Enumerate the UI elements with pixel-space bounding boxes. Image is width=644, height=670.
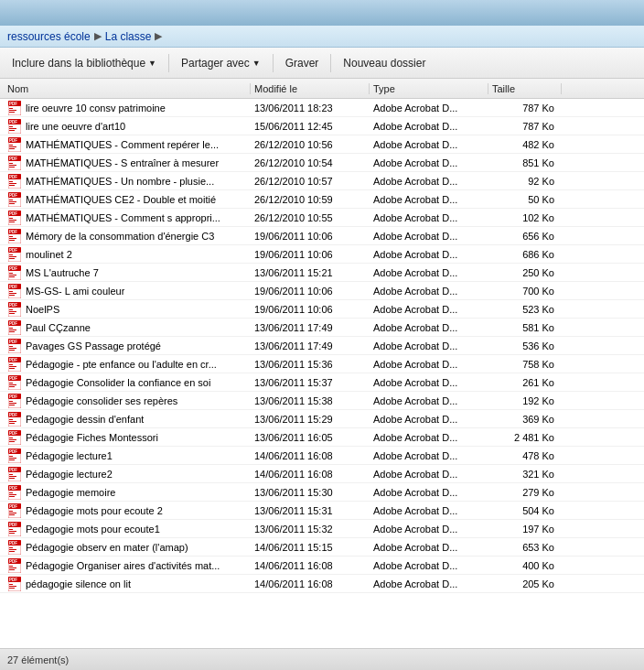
table-row[interactable]: PDF NoelPS 19/06/2011 10:06 Adobe Acroba…	[0, 300, 644, 319]
pdf-icon: PDF	[7, 229, 22, 243]
file-modified: 13/06/2011 15:21	[251, 267, 370, 278]
table-row[interactable]: PDF MS L'autruche 7 13/06/2011 15:21 Ado…	[0, 264, 644, 282]
breadcrumb-sep-2: ▶	[155, 30, 162, 42]
col-modified[interactable]: Modifié le	[251, 83, 370, 94]
file-size: 787 Ko	[488, 121, 562, 132]
col-name[interactable]: Nom	[4, 83, 251, 94]
file-list-scroll[interactable]: PDF lire oeuvre 10 consv patrimoine 13/0…	[0, 99, 644, 648]
file-type: Adobe Acrobat D...	[370, 286, 488, 297]
file-name-cell: PDF Paul CÇzanne	[4, 320, 251, 335]
table-row[interactable]: PDF Pédagogie Fiches Montessori 13/06/20…	[0, 428, 644, 447]
svg-rect-124	[9, 476, 16, 477]
pdf-icon: PDF	[7, 394, 22, 408]
file-type: Adobe Acrobat D...	[370, 414, 488, 425]
table-row[interactable]: PDF MATHÉMATIQUES CE2 - Double et moitié…	[0, 190, 644, 209]
svg-text:PDF: PDF	[9, 340, 17, 344]
pdf-icon: PDF	[7, 137, 22, 152]
svg-rect-93	[9, 383, 13, 384]
table-row[interactable]: PDF Pédagogie Organiser aires d'activité…	[0, 557, 644, 575]
file-type: Adobe Acrobat D...	[370, 524, 488, 535]
file-size: 400 Ko	[488, 560, 562, 571]
file-modified: 13/06/2011 16:05	[251, 432, 370, 443]
file-size: 504 Ko	[488, 505, 562, 516]
table-row[interactable]: PDF Pedagogie dessin d'enfant 13/06/2011…	[0, 410, 644, 428]
svg-rect-22	[9, 165, 16, 166]
toolbar-divider-1	[168, 54, 169, 72]
table-row[interactable]: PDF MATHÉMATIQUES - Comment repérer le..…	[0, 135, 644, 154]
burn-label: Graver	[285, 57, 319, 70]
svg-rect-89	[9, 368, 15, 369]
table-row[interactable]: PDF moulinet 2 19/06/2011 10:06 Adobe Ac…	[0, 245, 644, 264]
file-name: Paul CÇzanne	[26, 322, 91, 333]
table-row[interactable]: PDF Pedagogie mots pour ecoute1 13/06/20…	[0, 520, 644, 538]
svg-rect-112	[9, 439, 16, 440]
file-name-cell: PDF NoelPS	[4, 302, 251, 317]
table-row[interactable]: PDF pédagogie silence on lit 14/06/2011 …	[0, 575, 644, 593]
include-arrow-icon: ▼	[148, 59, 156, 68]
svg-rect-40	[9, 220, 16, 221]
table-row[interactable]: PDF MATHÉMATIQUES - Un nombre - plusie..…	[0, 172, 644, 190]
svg-text:PDF: PDF	[9, 321, 17, 326]
table-row[interactable]: PDF Pédagogie - pte enfance ou l'adulte …	[0, 355, 644, 373]
table-row[interactable]: PDF lire oeuvre 10 consv patrimoine 13/0…	[0, 99, 644, 117]
include-library-button[interactable]: Inclure dans la bibliothèque ▼	[4, 53, 165, 73]
svg-rect-57	[9, 273, 13, 274]
table-row[interactable]: PDF Pédagogie consolider ses repères 13/…	[0, 392, 644, 410]
svg-rect-4	[9, 110, 16, 111]
svg-text:PDF: PDF	[9, 230, 17, 234]
table-row[interactable]: PDF Pavages GS Passage protégé 13/06/201…	[0, 337, 644, 355]
svg-rect-52	[9, 256, 16, 257]
file-type: Adobe Acrobat D...	[370, 450, 488, 461]
table-row[interactable]: PDF MATHÉMATIQUES - Comment s appropri..…	[0, 209, 644, 227]
file-type: Adobe Acrobat D...	[370, 377, 488, 388]
col-size[interactable]: Taille	[488, 83, 562, 94]
svg-text:PDF: PDF	[9, 211, 17, 216]
file-name-cell: PDF MATHÉMATIQUES CE2 - Double et moitié	[4, 192, 251, 207]
file-name: MATHÉMATIQUES CE2 - Double et moitié	[26, 194, 216, 205]
svg-text:PDF: PDF	[9, 431, 17, 436]
file-modified: 26/12/2010 10:56	[251, 139, 370, 150]
svg-rect-81	[9, 346, 13, 347]
file-name-cell: PDF lire une oeuvre d'art10	[4, 119, 251, 134]
share-button[interactable]: Partager avec ▼	[173, 53, 269, 73]
table-row[interactable]: PDF MS-GS- L ami couleur 19/06/2011 10:0…	[0, 282, 644, 300]
table-row[interactable]: PDF MATHÉMATIQUES - S entraîner à mesure…	[0, 154, 644, 172]
table-row[interactable]: PDF lire une oeuvre d'art10 15/06/2011 1…	[0, 117, 644, 135]
svg-rect-69	[9, 309, 13, 310]
svg-rect-119	[9, 459, 15, 460]
breadcrumb-classe[interactable]: La classe	[105, 30, 152, 43]
table-row[interactable]: PDF Pédagogie observ en mater (l'amap) 1…	[0, 538, 644, 557]
table-row[interactable]: PDF Pédagogie lecture1 14/06/2011 16:08 …	[0, 447, 644, 465]
file-type: Adobe Acrobat D...	[370, 249, 488, 260]
file-type: Adobe Acrobat D...	[370, 505, 488, 516]
new-folder-button[interactable]: Nouveau dossier	[335, 53, 434, 73]
file-size: 192 Ko	[488, 395, 562, 406]
col-type[interactable]: Type	[370, 83, 488, 94]
file-type: Adobe Acrobat D...	[370, 560, 488, 571]
svg-text:PDF: PDF	[9, 285, 17, 289]
table-row[interactable]: PDF Pédagogie lecture2 14/06/2011 16:08 …	[0, 465, 644, 483]
table-row[interactable]: PDF Pedagogie memoire 13/06/2011 15:30 A…	[0, 483, 644, 502]
file-modified: 13/06/2011 15:29	[251, 414, 370, 425]
file-type: Adobe Acrobat D...	[370, 267, 488, 278]
pdf-icon: PDF	[7, 467, 22, 481]
svg-rect-113	[9, 441, 15, 442]
table-row[interactable]: PDF Paul CÇzanne 13/06/2011 17:49 Adobe …	[0, 319, 644, 337]
svg-rect-161	[9, 588, 15, 589]
pdf-icon: PDF	[7, 119, 22, 134]
svg-rect-58	[9, 275, 16, 276]
file-modified: 13/06/2011 15:30	[251, 487, 370, 498]
svg-rect-141	[9, 529, 13, 530]
burn-button[interactable]: Graver	[277, 53, 327, 73]
breadcrumb-resources[interactable]: ressources école	[7, 30, 91, 43]
file-type: Adobe Acrobat D...	[370, 139, 488, 150]
table-row[interactable]: PDF Mémory de la consommation d'énergie …	[0, 227, 644, 245]
new-folder-label: Nouveau dossier	[343, 57, 425, 70]
svg-rect-142	[9, 531, 16, 532]
file-name-cell: PDF moulinet 2	[4, 247, 251, 262]
svg-rect-83	[9, 350, 15, 351]
file-name-cell: PDF Pédagogie Consolider la confiance en…	[4, 375, 251, 390]
file-modified: 26/12/2010 10:55	[251, 212, 370, 223]
table-row[interactable]: PDF Pédagogie mots pour ecoute 2 13/06/2…	[0, 502, 644, 520]
table-row[interactable]: PDF Pédagogie Consolider la confiance en…	[0, 373, 644, 392]
